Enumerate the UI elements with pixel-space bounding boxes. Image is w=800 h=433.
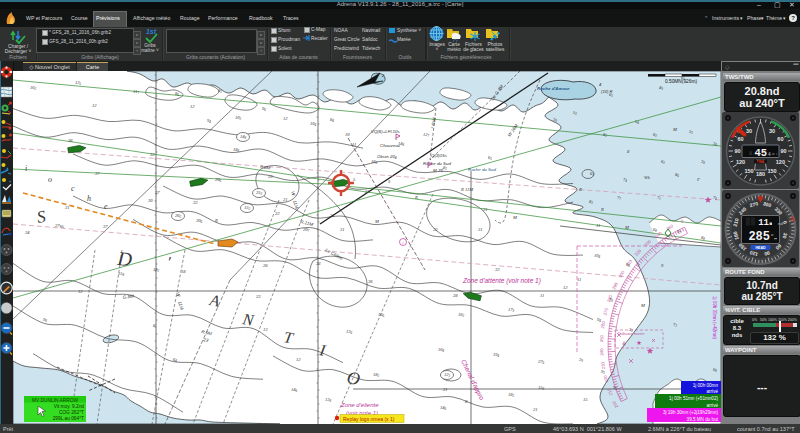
svg-text:arrivé: arrivé [707,403,719,408]
svg-text:64: 64 [173,357,177,363]
svg-text:HEAD: HEAD [755,246,766,250]
svg-text:G.8M: G.8M [122,293,134,300]
svg-text:21: 21 [283,197,288,202]
svg-text:Roche du Sud: Roche du Sud [423,161,451,166]
svg-text:Wk: Wk [644,175,651,180]
svg-text:W.: W. [175,292,182,299]
svg-text:P: P [696,177,700,182]
svg-text:103: 103 [235,115,242,121]
svg-text:arrivé: arrivé [707,389,719,394]
svg-text:179: 179 [508,307,515,313]
svg-text:': ' [166,253,172,270]
svg-text:60: 60 [777,136,783,142]
svg-text:30: 30 [746,128,752,134]
svg-text:c: c [71,184,75,193]
svg-text:206: 206 [215,177,222,183]
svg-text:33: 33 [150,152,155,157]
svg-text:TWA: TWA [757,160,765,164]
svg-text:104: 104 [310,121,317,127]
svg-text:84: 84 [330,117,334,123]
svg-text:207: 207 [303,227,310,233]
svg-text:104: 104 [594,253,601,259]
svg-text:O: O [345,367,361,389]
svg-text:10: 10 [345,132,350,137]
svg-text:12: 12 [190,104,195,109]
svg-text:63: 63 [488,155,492,161]
svg-text:1j 00h 00mn: 1j 00h 00mn [693,383,719,388]
svg-text:138: 138 [325,397,332,403]
svg-text:23: 23 [202,337,209,343]
svg-text:o: o [48,175,52,184]
svg-text:146: 146 [291,387,298,393]
svg-text:MV DUNLIN ARROW: MV DUNLIN ARROW [32,398,78,403]
svg-text:13: 13 [263,327,268,332]
svg-text:290: 290 [611,281,619,290]
svg-text:135: 135 [75,80,82,86]
svg-text:260: 260 [600,320,606,328]
svg-text:11: 11 [596,223,600,228]
svg-text:22: 22 [275,211,280,216]
svg-text:156: 156 [538,385,545,391]
svg-text:285: 285 [748,230,770,244]
svg-text:M 7δ̊: M 7δ̊ [433,168,444,173]
svg-text:33: 33 [316,261,321,266]
svg-text:168: 168 [438,347,445,353]
svg-text:12: 12 [563,285,568,290]
svg-text:11: 11 [758,218,769,228]
svg-text:18: 18 [181,269,186,274]
svg-text:i: i [25,164,27,173]
svg-text:23: 23 [268,174,273,179]
svg-text:168: 168 [371,159,378,165]
svg-text:150: 150 [767,168,776,174]
svg-text:27: 27 [155,190,160,195]
svg-text:1j 09h 30mn (+42mn): 1j 09h 30mn (+42mn) [712,296,717,339]
svg-text:R: R [578,187,582,192]
svg-text:Le Cliône: Le Cliône [325,247,345,261]
svg-text:94: 94 [597,317,601,323]
svg-text:120: 120 [776,159,785,165]
svg-text:R.9M: R.9M [201,329,213,336]
svg-text:31: 31 [65,205,70,210]
svg-text:28: 28 [453,293,458,298]
svg-text:21: 21 [365,189,370,194]
svg-text:11M: 11M [177,301,185,311]
svg-text:R 11M: R 11M [460,187,474,192]
svg-text:M: M [374,219,380,224]
svg-text:5: 5 [353,177,356,182]
svg-text:11: 11 [352,142,356,147]
svg-text:136: 136 [346,329,353,335]
svg-text:D: D [116,247,134,270]
svg-text:15: 15 [583,397,588,402]
svg-text:36: 36 [68,138,73,143]
svg-text:i: i [403,240,404,245]
svg-text:Replay logs nmea (x 1): Replay logs nmea (x 1) [343,416,395,422]
svg-text:12: 12 [283,116,288,121]
svg-text:21: 21 [483,207,488,212]
svg-text:158: 158 [118,271,125,277]
svg-text:31: 31 [478,227,483,232]
svg-text:R: R [414,195,418,200]
svg-text:240: 240 [599,348,604,356]
svg-text:127: 127 [423,132,430,138]
svg-text:S: S [388,179,391,184]
svg-text:Chauveau: Chauveau [380,143,401,148]
svg-text:I: I [317,341,327,359]
svg-text:146: 146 [440,405,447,411]
svg-text:276: 276 [538,359,545,365]
svg-text:22: 22 [433,227,438,232]
svg-text:182: 182 [373,372,380,378]
svg-text:26: 26 [263,263,268,268]
svg-text:Chenal d'appro: Chenal d'appro [459,358,486,401]
svg-text:60: 60 [738,136,744,142]
svg-text:150: 150 [744,168,753,174]
svg-text:31: 31 [330,213,335,218]
svg-text:96: 96 [262,106,266,112]
svg-text:37: 37 [95,171,100,176]
svg-text:* 6M4: * 6M4 [430,116,437,129]
svg-text:31: 31 [340,227,345,232]
svg-text:11: 11 [577,277,581,282]
svg-text:299L au 064°T: 299L au 064°T [53,416,84,421]
svg-text:Roche d'Amour: Roche d'Amour [537,86,570,91]
svg-text:162: 162 [30,85,37,91]
svg-text:120: 120 [736,159,745,165]
